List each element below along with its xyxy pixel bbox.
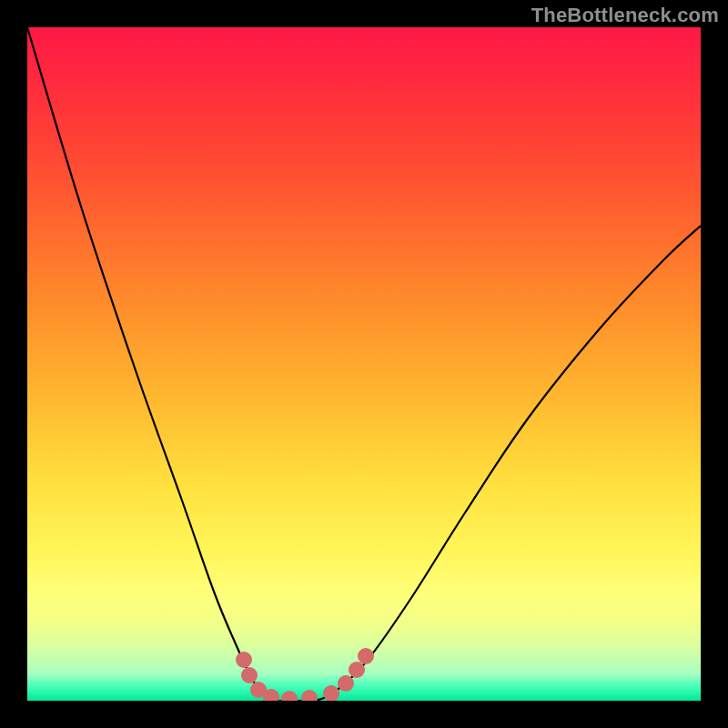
curve-dot bbox=[281, 691, 298, 701]
plot-area bbox=[27, 27, 701, 701]
curve-dot bbox=[349, 662, 365, 678]
curve-dot bbox=[241, 667, 258, 683]
curve-dot bbox=[301, 690, 318, 701]
curve-dot bbox=[323, 685, 339, 701]
curve-dot bbox=[236, 652, 252, 668]
bottleneck-curve bbox=[27, 27, 701, 701]
curve-svg bbox=[27, 27, 701, 701]
watermark-text: TheBottleneck.com bbox=[531, 4, 719, 27]
chart-container: TheBottleneck.com bbox=[0, 0, 728, 728]
curve-dots bbox=[236, 648, 374, 701]
curve-dot bbox=[338, 675, 354, 692]
curve-dot bbox=[358, 648, 374, 664]
